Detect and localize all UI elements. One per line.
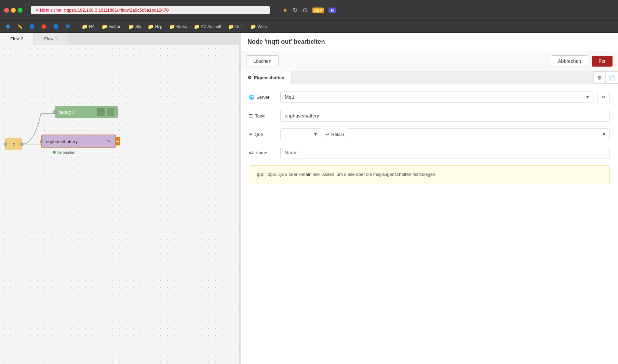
bookmark-colored-6[interactable]: 💙	[63, 23, 73, 30]
tip-text: Tipp: Topic, QoS oder Retain leer lassen…	[255, 172, 435, 177]
done-button[interactable]: Fer	[592, 56, 613, 67]
folder-icon: 📁	[82, 24, 88, 29]
bookmark-icon-3: 🟦	[29, 24, 35, 29]
canvas-area[interactable]: d debug 3 ☰ enphase/battery 〜 ▶	[0, 45, 239, 364]
qos-select[interactable]: 0 1 2	[280, 128, 321, 140]
status-text: Verbunden	[57, 150, 75, 154]
bookmark-wein-label: Wein	[257, 24, 267, 29]
server-select-wrap: Mqtt ▼	[280, 91, 593, 103]
close-button[interactable]	[4, 8, 9, 13]
bookmarks-bar: 🔷 ✏️ 🟦 🔴 🟦 💙 📁 HA 📁 Victron 📁 Ski 📁 Hzg …	[0, 20, 618, 33]
url-display: https://192.168.0.191:1881/#flow/2a9c5c5…	[64, 8, 169, 13]
side-panel: Node 'mqtt out' bearbeiten Löschen Abbre…	[241, 33, 618, 364]
port-in-yellow	[4, 142, 7, 146]
bookmark-ha[interactable]: 📁 HA	[79, 23, 97, 31]
topic-input[interactable]	[280, 110, 610, 122]
mqtt-node-label: enphase/battery	[46, 139, 106, 144]
node-status: Verbunden	[53, 150, 75, 154]
address-bar[interactable]: ✕ Nicht sicher https://192.168.0.191:188…	[31, 6, 270, 14]
bookmark-wein[interactable]: 📁 Wein	[247, 23, 269, 31]
panel-actions: Löschen Abbrechen Fer	[241, 51, 618, 71]
github-icon[interactable]: ⊙	[303, 6, 308, 14]
folder-icon-2: 📁	[102, 24, 107, 29]
name-input[interactable]	[280, 147, 610, 158]
tag-icon: 🏷	[249, 150, 253, 155]
retain-select[interactable]: false true	[347, 128, 610, 140]
bookmark-ski-label: Ski	[135, 24, 141, 29]
port-out-yellow	[20, 142, 24, 146]
list-icon: ☰	[249, 113, 253, 118]
status-dot	[53, 151, 56, 154]
n-extension-icon[interactable]: N	[328, 8, 336, 13]
settings-tab-button[interactable]: ⚙	[593, 71, 606, 84]
panel-form: 🌐 Server Mqtt ▼ ✏ ☰ Topic	[241, 84, 618, 165]
bookmark-ac-label: AC Auspuff	[201, 24, 221, 29]
tip-box: Tipp: Topic, QoS oder Retain leer lassen…	[249, 165, 610, 184]
minimize-button[interactable]	[11, 8, 16, 13]
mqtt-wave-button[interactable]: 〜	[106, 138, 111, 145]
bookmark-victron-label: Victron	[109, 24, 121, 29]
cancel-button[interactable]: Abbrechen	[551, 55, 588, 67]
server-label: 🌐 Server	[249, 95, 276, 100]
folder-icon-4: 📁	[148, 24, 153, 29]
tab-properties[interactable]: ⚙ Eigenschaften	[241, 71, 292, 84]
bookmark-divider	[76, 23, 76, 30]
bookmark-ac[interactable]: 📁 AC Auspuff	[191, 23, 224, 31]
debug-toggle-button[interactable]	[107, 108, 114, 116]
bookmark-colored-3[interactable]: 🟦	[27, 23, 37, 30]
bookmark-hzg-label: Hzg	[155, 24, 162, 29]
server-edit-button[interactable]: ✏	[597, 91, 610, 103]
tab-flow1[interactable]: Flow 1	[34, 33, 68, 45]
bookmark-ski[interactable]: 📁 Ski	[125, 23, 144, 31]
bookmark-unifi-label: Unifi	[235, 24, 243, 29]
main-content: Flow 2 Flow 1 d debug 3	[0, 33, 618, 364]
folder-icon-7: 📁	[228, 24, 234, 29]
bookmark-star-icon[interactable]: ★	[282, 6, 288, 14]
panel-header: Node 'mqtt out' bearbeiten	[241, 33, 618, 51]
bookmark-unifi[interactable]: 📁 Unifi	[225, 23, 246, 31]
flow-tabs: Flow 2 Flow 1	[0, 33, 239, 45]
delete-button[interactable]: Löschen	[246, 55, 279, 67]
abp-extension-icon[interactable]: ABP	[312, 8, 324, 13]
security-indicator: ✕ Nicht sicher	[36, 8, 62, 13]
bookmark-colored-2[interactable]: ✏️	[15, 23, 25, 30]
description-tab-button[interactable]: 📄	[606, 71, 618, 84]
bookmark-victron[interactable]: 📁 Victron	[99, 23, 124, 31]
port-in-debug	[53, 110, 57, 114]
tab-flow2[interactable]: Flow 2	[0, 33, 34, 45]
qos-retain-row: ✳ QoS 0 1 2 ▼ ↩ Retain	[249, 128, 610, 140]
node-yellow[interactable]: d	[5, 138, 22, 150]
server-row: 🌐 Server Mqtt ▼ ✏	[249, 91, 610, 103]
bookmark-icon-1: 🔷	[5, 24, 11, 29]
debug-list-button[interactable]: ☰	[97, 108, 105, 116]
retain-wrap: ↩ Retain false true ▼	[325, 128, 610, 140]
bookmark-brass[interactable]: 📁 Brass	[166, 23, 190, 31]
globe-icon: 🌐	[249, 95, 254, 100]
gear-tab-icon: ⚙	[247, 75, 252, 80]
port-in-mqtt	[40, 140, 43, 143]
retain-icon: ↩	[325, 132, 329, 137]
folder-icon-5: 📁	[169, 24, 175, 29]
maximize-button[interactable]	[18, 8, 23, 13]
bookmark-colored-1[interactable]: 🔷	[3, 23, 13, 30]
folder-icon-8: 📁	[250, 24, 256, 29]
node-mqtt[interactable]: enphase/battery 〜 ▶	[41, 135, 116, 148]
debug-node-label: debug 3	[58, 110, 95, 115]
qos-label-element: ✳ QoS	[249, 132, 276, 137]
folder-icon-3: 📁	[128, 24, 134, 29]
server-select[interactable]: Mqtt	[280, 91, 593, 103]
bookmark-brass-label: Brass	[176, 24, 187, 29]
node-debug[interactable]: debug 3 ☰	[55, 106, 118, 118]
x-icon: ✕	[36, 8, 39, 13]
refresh-icon[interactable]: ↻	[293, 6, 298, 14]
bookmark-colored-4[interactable]: 🔴	[39, 23, 49, 30]
bookmark-hzg[interactable]: 📁 Hzg	[145, 23, 165, 31]
name-row: 🏷 Name	[249, 147, 610, 158]
retain-select-wrap: false true ▼	[347, 128, 610, 140]
bookmark-colored-5[interactable]: 🟦	[51, 23, 61, 30]
topic-row: ☰ Topic	[249, 110, 610, 122]
browser-action-bar: ★ ↻ ⊙ ABP N	[282, 6, 336, 14]
qos-icon: ✳	[249, 132, 253, 137]
name-label-element: 🏷 Name	[249, 150, 276, 155]
folder-icon-6: 📁	[194, 24, 200, 29]
